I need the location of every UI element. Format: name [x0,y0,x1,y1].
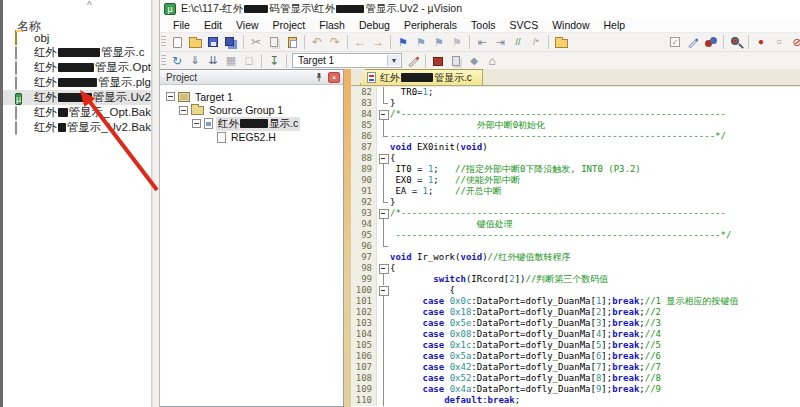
copy-button[interactable] [265,34,283,50]
uvision-window: µ E:\c\117-红外码管显示\红外管显示.Uv2 - µVision Fi… [159,0,800,407]
close-panel-button[interactable]: × [328,72,340,83]
fold-marker [377,175,390,186]
toolbar-grip[interactable] [161,36,166,48]
line-number: 102 [351,307,377,318]
options-for-target-button[interactable] [404,53,422,69]
pin-icon[interactable] [314,72,324,83]
translate-file-button[interactable]: ↻ [168,53,186,69]
comment-selection-button[interactable]: // [509,34,527,50]
open-file-button[interactable] [186,34,204,50]
tree-item[interactable]: 红外显示.c [160,117,343,131]
collapse-expander[interactable] [166,92,175,101]
line-number: 87 [351,142,377,153]
save-all-button[interactable] [222,34,240,50]
target-select-combo[interactable]: Target 1▼ [292,53,402,68]
next-bookmark-button[interactable]: ⚑ [430,34,448,50]
navigate-forward-button[interactable]: → [369,34,387,50]
option-checkbox-button[interactable]: ✓ [666,34,684,50]
unindent-button[interactable]: ⇤ [473,34,491,50]
fold-marker [377,87,390,98]
code-text: case 0x5a:DataPort=dofly_DuanMa[6];break… [390,351,661,362]
new-file-button[interactable] [168,34,186,50]
menu-flash[interactable]: Flash [312,19,352,31]
redo-button[interactable]: ↷ [326,34,344,50]
open-folder-options-button[interactable] [552,34,570,50]
sort-ascending-indicator[interactable]: ^ [87,0,92,11]
menu-window[interactable]: Window [545,19,596,31]
navigate-back-button[interactable]: ← [351,34,369,50]
menu-tools[interactable]: Tools [464,19,503,31]
insert-breakpoint-button[interactable]: ● [752,34,770,50]
file-row[interactable]: 红外管显示.plg [3,75,151,90]
fold-marker[interactable] [377,208,390,219]
prev-bookmark-button[interactable]: ⚑ [412,34,430,50]
redaction-bar [336,5,364,13]
fold-marker[interactable] [377,285,390,296]
fold-marker[interactable] [377,109,390,120]
enable-disable-breakpoint-button[interactable]: ○ [770,34,788,50]
chevron-down-icon[interactable]: ▼ [387,55,400,66]
file-row[interactable]: obj [3,30,151,45]
code-text: void EX0init(void) [390,142,488,153]
label-text: 管显示.Uv2 - µVision [365,2,462,14]
menu-svcs[interactable]: SVCS [503,19,546,31]
label-text: 管显示.Opt [95,60,151,75]
download-to-flash-button[interactable]: ↧ [265,53,283,69]
menu-file[interactable]: File [166,19,197,31]
menu-view[interactable]: View [229,19,266,31]
uncomment-selection-button[interactable]: /* [527,34,545,50]
tree-item[interactable]: REG52.H [160,131,343,145]
rebuild-all-button[interactable]: ⇊ [204,53,222,69]
title-bar[interactable]: µ E:\c\117-红外码管显示\红外管显示.Uv2 - µVision [160,0,800,18]
file-row[interactable]: 红外管显示_Opt.Bak [3,105,151,120]
tree-item[interactable]: Source Group 1 [160,104,343,118]
insert-bookmark-button[interactable]: ⚑ [394,34,412,50]
disable-all-breakpoints-button[interactable]: ⊘ [788,34,800,50]
line-number: 106 [351,351,377,362]
paste-button[interactable] [283,34,301,50]
code-editor[interactable]: 82 TR0=1;83}84/*------------------------… [351,87,800,407]
build-target-button[interactable]: ⇓ [186,53,204,69]
menu-debug[interactable]: Debug [352,19,397,31]
menu-edit[interactable]: Edit [197,19,229,31]
stop-build-button[interactable]: ◻ [240,53,258,69]
manage-components-button[interactable]: ◆ [465,53,483,69]
cfile-icon [204,118,213,129]
manage-books-button[interactable] [447,53,465,69]
toolbar-grip[interactable] [161,55,166,67]
debug-pencil-button[interactable] [684,34,702,50]
file-row[interactable]: µ红外管显示.Uv2 [3,90,151,105]
file-row[interactable]: 红外管显示_Uv2.Bak [3,120,151,135]
fold-marker[interactable] [377,153,390,164]
code-text: case 0x08:DataPort=dofly_DuanMa[4];break… [390,329,661,340]
file-row[interactable]: 红外管显示.c [3,45,151,60]
collapse-expander[interactable] [179,106,188,115]
menu-project[interactable]: Project [266,19,313,31]
tree-item-label: Source Group 1 [207,104,285,116]
cut-button[interactable]: ✂ [247,34,265,50]
code-text: ----------------------------------------… [390,230,731,241]
folder-icon [15,32,30,44]
pack-installer-button[interactable]: ⌂ [483,53,501,69]
fold-marker [377,384,390,395]
tree-item[interactable]: Target 1 [160,90,343,104]
code-text: { [390,263,395,274]
toolbar-separator [425,54,426,68]
undo-button[interactable]: ↶ [308,34,326,50]
batch-build-button[interactable]: ▦ [222,53,240,69]
indent-button[interactable]: ⇥ [491,34,509,50]
clear-bookmarks-button[interactable]: ⚑ [448,34,466,50]
file-row[interactable]: 红外管显示.Opt [3,60,151,75]
code-line: 94 键值处理 [351,219,800,230]
save-button[interactable] [204,34,222,50]
toolbar-separator [469,35,470,49]
tab-source-file[interactable]: 红外管显示.c [360,69,483,85]
start-stop-debug-button[interactable] [702,34,720,50]
collapse-expander[interactable] [192,119,201,128]
menu-help[interactable]: Help [597,19,633,31]
code-text: { [390,153,395,164]
menu-peripherals[interactable]: Peripherals [397,19,464,31]
find-in-files-button[interactable] [727,34,745,50]
fold-marker[interactable] [377,263,390,274]
file-extensions-button[interactable] [429,53,447,69]
